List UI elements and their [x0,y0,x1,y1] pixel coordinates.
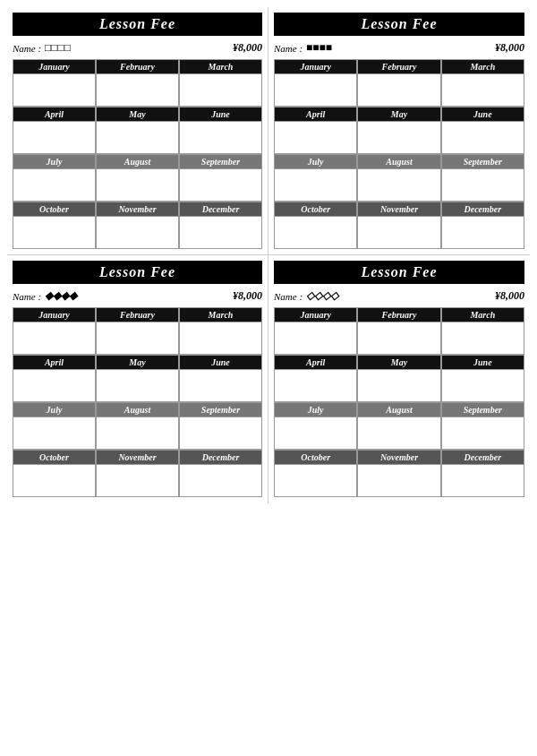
month-label-january: January [275,308,356,322]
month-box-august [97,417,178,449]
month-label-august: August [97,155,178,168]
month-box-january [13,73,95,106]
month-label-may: May [97,107,178,121]
month-block-may: May [357,355,440,402]
month-label-september: September [442,155,524,168]
fee-value: ¥8,000 [495,41,524,55]
month-block-may: May [357,107,440,154]
month-box-october [275,216,356,248]
month-label-march: March [180,308,261,322]
month-label-january: January [275,60,356,73]
month-box-october [275,464,356,496]
month-box-september [442,168,524,201]
month-label-june: June [180,107,261,121]
month-block-august: August [96,402,179,450]
month-label-august: August [358,403,439,417]
month-label-june: June [442,107,524,121]
month-label-october: October [13,202,95,216]
month-box-february [97,73,178,106]
card-header-left: Name :■■■■ [274,41,332,55]
month-box-december [180,464,261,496]
month-label-february: February [358,308,439,322]
month-box-july [13,168,95,201]
month-box-february [358,73,439,106]
card-3: Lesson FeeName :◆◆◆◆¥8,000JanuaryFebruar… [13,261,262,497]
month-box-may [358,121,439,153]
month-label-december: December [180,451,261,464]
month-box-june [180,369,261,401]
month-box-april [13,121,95,153]
month-box-december [442,464,524,496]
month-box-october [13,216,95,248]
month-block-november: November [357,202,440,249]
month-box-february [97,322,178,354]
name-label: Name : [274,43,303,54]
month-block-january: January [274,307,357,355]
months-grid: JanuaryFebruaryMarchAprilMayJuneJulyAugu… [274,307,524,497]
month-block-february: February [96,59,179,107]
month-label-july: July [275,155,356,168]
month-block-august: August [96,154,179,202]
month-label-february: February [358,60,439,73]
month-label-may: May [358,107,439,121]
months-grid: JanuaryFebruaryMarchAprilMayJuneJulyAugu… [274,59,524,249]
month-block-january: January [13,59,96,107]
month-label-march: March [442,308,524,322]
card-title: Lesson Fee [13,261,262,284]
month-box-march [442,73,524,106]
month-box-january [275,73,356,106]
month-label-may: May [358,356,439,369]
card-wrapper-2: Lesson FeeName :■■■■¥8,000JanuaryFebruar… [268,7,530,255]
month-block-march: March [441,59,524,107]
month-block-april: April [274,107,357,154]
month-box-september [442,417,524,449]
month-label-november: November [358,202,439,216]
month-label-september: September [442,403,524,417]
month-block-august: August [357,402,440,450]
month-box-july [275,168,356,201]
name-label: Name : [13,43,41,54]
month-block-may: May [96,107,179,154]
month-block-april: April [13,107,96,154]
month-box-march [180,322,261,354]
month-block-february: February [96,307,179,355]
month-box-march [180,73,261,106]
card-title: Lesson Fee [13,13,262,36]
month-block-january: January [13,307,96,355]
month-label-june: June [442,356,524,369]
month-box-march [442,322,524,354]
months-grid: JanuaryFebruaryMarchAprilMayJuneJulyAugu… [13,307,262,497]
month-block-april: April [274,355,357,402]
month-label-april: April [275,107,356,121]
month-block-september: September [179,154,262,202]
month-label-november: November [97,202,178,216]
month-block-june: June [179,107,262,154]
month-block-december: December [179,202,262,249]
month-label-april: April [275,356,356,369]
card-header: Name :◆◆◆◆¥8,000 [13,289,262,303]
month-block-june: June [441,107,524,154]
month-box-january [13,322,95,354]
month-box-november [97,464,178,496]
month-label-october: October [275,451,356,464]
month-box-february [358,322,439,354]
card-header-left: Name :◆◆◆◆ [13,289,77,303]
month-box-november [97,216,178,248]
month-box-june [442,121,524,153]
month-label-july: July [13,403,95,417]
month-box-july [13,417,95,449]
name-label: Name : [13,291,41,302]
month-box-september [180,417,261,449]
card-title: Lesson Fee [274,13,524,36]
month-label-october: October [13,451,95,464]
month-box-june [442,369,524,401]
month-label-february: February [97,60,178,73]
month-box-july [275,417,356,449]
fee-value: ¥8,000 [233,289,262,303]
month-label-december: December [442,451,524,464]
month-label-january: January [13,308,95,322]
month-box-november [358,464,439,496]
month-block-march: March [179,59,262,107]
month-block-march: March [441,307,524,355]
month-label-february: February [97,308,178,322]
